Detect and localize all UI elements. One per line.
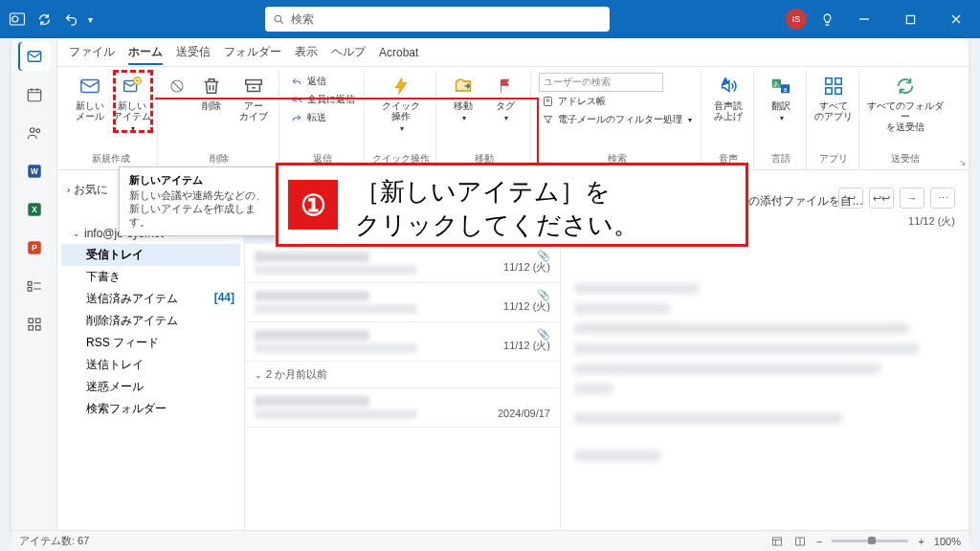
search-icon	[273, 13, 285, 26]
all-apps-button[interactable]: すべて のアプリ	[814, 71, 853, 122]
reply-all-button[interactable]: 全員に返信	[287, 91, 358, 108]
archive-button[interactable]: アー カイブ	[234, 71, 273, 122]
outlook-icon	[8, 10, 27, 29]
rail-excel-icon[interactable]: X	[18, 195, 51, 224]
message-item[interactable]: 📎11/12 (火)	[245, 283, 560, 322]
read-aloud-button[interactable]: A 音声読 み上げ	[709, 71, 747, 122]
rail-mail-icon[interactable]	[18, 42, 51, 71]
user-search-input[interactable]: ユーザーの検索	[539, 73, 663, 92]
translate-button[interactable]: あa 翻訳	[762, 71, 800, 122]
annotation-line	[537, 98, 539, 165]
forward-icon	[290, 112, 303, 123]
rail-word-icon[interactable]: W	[18, 157, 51, 186]
folder-search[interactable]: 検索フォルダー	[61, 398, 240, 420]
tab-sendrecv[interactable]: 送受信	[176, 44, 211, 60]
address-book-button[interactable]: アドレス帳	[539, 93, 695, 110]
svg-text:W: W	[31, 167, 38, 176]
folder-drafts[interactable]: 下書き	[61, 266, 240, 288]
rail-calendar-icon[interactable]	[18, 80, 51, 109]
lightning-icon	[391, 73, 411, 99]
quick-action-button[interactable]: クイック 操作	[382, 71, 420, 133]
apps-icon	[823, 73, 844, 99]
svg-point-6	[30, 128, 34, 133]
svg-rect-3	[906, 15, 914, 23]
tab-view[interactable]: 表示	[295, 44, 318, 60]
svg-rect-32	[826, 78, 832, 84]
tab-acrobat[interactable]: Acrobat	[379, 46, 418, 59]
search-placeholder: 検索	[291, 11, 314, 28]
annotation-callout: ① ［新しいアイテム］を クリックしてください。	[276, 163, 748, 247]
zoom-out-button[interactable]: −	[816, 536, 822, 547]
tab-file[interactable]: ファイル	[69, 44, 115, 60]
reply-all-icon	[290, 94, 303, 105]
sendrecv-icon	[894, 73, 917, 99]
svg-point-26	[546, 99, 549, 102]
rail-more-apps-icon[interactable]	[18, 310, 51, 339]
message-group-header[interactable]: ⌄2 か月前以前	[245, 362, 560, 388]
new-item-button[interactable]: 新しい アイテム	[113, 71, 151, 133]
filter-button[interactable]: 電子メールのフィルター処理	[539, 111, 695, 128]
folder-outbox[interactable]: 送信トレイ	[61, 354, 240, 376]
sync-icon[interactable]	[34, 10, 54, 29]
svg-text:a: a	[784, 86, 788, 93]
folder-deleted[interactable]: 削除済みアイテム	[61, 310, 240, 332]
zoom-slider[interactable]	[832, 540, 908, 542]
avatar[interactable]: IS	[786, 9, 807, 30]
svg-rect-33	[835, 78, 841, 84]
folder-rss[interactable]: RSS フィード	[61, 332, 240, 354]
svg-text:X: X	[32, 206, 37, 214]
maximize-button[interactable]	[894, 5, 926, 33]
translate-icon: あa	[769, 73, 792, 99]
svg-rect-16	[29, 319, 33, 323]
view-normal-icon[interactable]	[770, 536, 784, 547]
svg-rect-24	[246, 80, 262, 85]
tab-folder[interactable]: フォルダー	[224, 44, 281, 60]
ribbon: 新しい メール 新しい アイテム 新規作成 削	[57, 67, 969, 170]
status-bar: アイテム数: 67 − + 100%	[11, 530, 969, 551]
delete-button[interactable]: 削除	[192, 71, 231, 112]
rail-people-icon[interactable]	[18, 119, 51, 147]
svg-text:P: P	[32, 244, 37, 253]
folder-junk[interactable]: 迷惑メール	[61, 376, 240, 398]
lightbulb-icon[interactable]	[820, 12, 835, 27]
group-label-delete: 削除	[210, 150, 229, 167]
rail-todo-icon[interactable]	[18, 272, 51, 300]
svg-rect-14	[28, 282, 32, 286]
reply-button[interactable]: 返信	[287, 73, 358, 90]
qat-overflow-icon[interactable]: ▾	[88, 14, 93, 25]
svg-rect-35	[835, 88, 841, 94]
preview-date: 11/12 (火)	[908, 214, 955, 229]
ignore-button[interactable]	[166, 71, 189, 99]
preview-reply-button[interactable]: ↩	[838, 187, 863, 209]
zoom-in-button[interactable]: +	[918, 536, 924, 547]
preview-more-button[interactable]: ⋯	[930, 187, 955, 209]
undo-icon[interactable]	[61, 10, 80, 29]
folder-sent[interactable]: 送信済みアイテム[44]	[61, 288, 240, 310]
preview-reply-all-button[interactable]: ↩↩	[869, 187, 894, 209]
svg-text:A: A	[724, 77, 728, 85]
annotation-text-1: ［新しいアイテム］を	[355, 175, 734, 209]
search-box[interactable]: 検索	[265, 7, 610, 32]
zoom-level: 100%	[934, 536, 961, 547]
folder-inbox[interactable]: 受信トレイ	[61, 244, 240, 266]
reply-icon	[290, 76, 303, 87]
rail-powerpoint-icon[interactable]: P	[18, 233, 51, 262]
sendrecv-all-button[interactable]: すべてのフォルダー を送受信	[867, 71, 944, 133]
message-item[interactable]: 📎11/12 (火)	[245, 322, 560, 362]
tab-home[interactable]: ホーム	[128, 44, 163, 60]
reply-dialog-launcher[interactable]: ↘	[959, 158, 967, 167]
tab-help[interactable]: ヘルプ	[331, 44, 366, 60]
forward-button[interactable]: 転送	[287, 109, 358, 126]
view-reading-icon[interactable]	[793, 536, 807, 547]
new-mail-button[interactable]: 新しい メール	[71, 71, 109, 122]
minimize-button[interactable]	[848, 5, 880, 33]
annotation-text-2: クリックしてください。	[355, 209, 734, 242]
message-item[interactable]: 2024/09/17	[245, 388, 560, 428]
titlebar: ▾ 検索 IS	[0, 0, 980, 38]
read-aloud-icon: A	[718, 73, 739, 99]
address-book-icon	[542, 96, 554, 107]
annotation-step-number: ①	[288, 180, 338, 230]
preview-forward-button[interactable]: →	[900, 187, 924, 209]
svg-point-2	[275, 15, 281, 22]
close-button[interactable]	[940, 5, 972, 33]
